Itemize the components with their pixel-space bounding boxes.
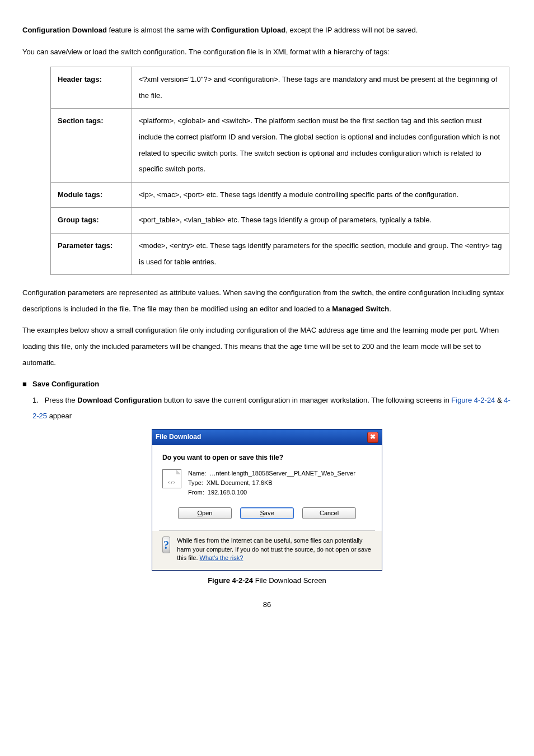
dialog-title: File Download — [156, 432, 201, 442]
tag-desc: <port_table>, <vlan_table> etc. These ta… — [132, 208, 509, 234]
open-button[interactable]: Open — [178, 507, 232, 519]
close-icon[interactable]: ✖ — [367, 432, 378, 443]
page-number: 86 — [22, 600, 512, 609]
file-download-dialog: File Download ✖ Do you want to open or s… — [152, 429, 382, 571]
intro-line-2: You can save/view or load the switch con… — [22, 44, 512, 60]
meta-from-label: From: — [188, 489, 204, 496]
tag-desc: <ip>, <mac>, <port> etc. These tags iden… — [132, 182, 509, 208]
save-rest: ave — [264, 510, 274, 516]
warning-text-block: While files from the Internet can be use… — [177, 536, 372, 562]
figure-caption-label: Figure 4-2-24 — [208, 576, 253, 585]
save-button[interactable]: Save — [240, 507, 294, 519]
tag-desc: <mode>, <entry> etc. These tags identify… — [132, 233, 509, 274]
tag-desc: <platform>, <global> and <switch>. The p… — [132, 109, 509, 182]
meta-type-label: Type: — [188, 479, 203, 486]
table-row: Module tags: <ip>, <mac>, <port> etc. Th… — [51, 182, 509, 208]
warning-icon: ? — [162, 536, 170, 553]
tag-name: Parameter tags: — [51, 233, 132, 274]
open-rest: pen — [202, 510, 212, 516]
meta-name-label: Name: — [188, 470, 206, 477]
step-post: button to save the current configuration… — [162, 396, 451, 404]
after-para-2: The examples below show a small configur… — [22, 323, 512, 371]
bullet-icon: ■ — [22, 376, 32, 393]
tag-name: Module tags: — [51, 182, 132, 208]
step-1: 1. Press the Download Configuration butt… — [32, 393, 512, 424]
table-row: Parameter tags: <mode>, <entry> etc. The… — [51, 233, 509, 274]
after-p1c: . — [389, 305, 391, 313]
tag-name: Section tags: — [51, 109, 132, 182]
meta-name-value: …ntent-length_18058Server__PLANET_Web_Se… — [210, 470, 355, 477]
dialog-titlebar: File Download ✖ — [152, 430, 382, 445]
tag-description-table: Header tags: <?xml version="1.0"?> and <… — [50, 67, 509, 275]
figure-caption-text: File Download Screen — [253, 576, 326, 585]
appear-text: appear — [47, 412, 72, 420]
tag-desc: <?xml version="1.0"?> and <configuration… — [132, 67, 509, 109]
intro-text-1d: , except the IP address will not be save… — [285, 26, 418, 34]
dialog-question: Do you want to open or save this file? — [162, 453, 372, 463]
tag-name: Group tags: — [51, 208, 132, 234]
tag-name: Header tags: — [51, 67, 132, 109]
cancel-button[interactable]: Cancel — [302, 507, 356, 519]
step-pre: Press the — [45, 396, 78, 404]
term-managed-switch: Managed Switch — [332, 305, 389, 313]
table-row: Header tags: <?xml version="1.0"?> and <… — [51, 67, 509, 109]
after-para-1: Configuration parameters are represented… — [22, 285, 512, 317]
figure-caption: Figure 4-2-24 File Download Screen — [22, 573, 512, 589]
term-config-download: Configuration Download — [22, 26, 107, 34]
meta-from-value: 192.168.0.100 — [208, 489, 247, 496]
intro-line-1: Configuration Download feature is almost… — [22, 22, 512, 39]
after-p1a: Configuration parameters are represented… — [22, 288, 504, 313]
figure-ref-4-2-24: Figure 4-2-24 — [451, 396, 495, 404]
table-row: Section tags: <platform>, <global> and <… — [51, 109, 509, 182]
file-meta: Name: …ntent-length_18058Server__PLANET_… — [188, 469, 355, 498]
save-config-heading-row: ■Save Configuration — [22, 376, 512, 393]
save-config-heading: Save Configuration — [32, 380, 99, 388]
amp: & — [495, 396, 504, 404]
meta-type-value: XML Document, 17.6KB — [207, 479, 273, 486]
intro-text-1b: feature is almost the same with — [107, 26, 211, 34]
whats-the-risk-link[interactable]: What's the risk? — [200, 554, 243, 561]
term-config-upload: Configuration Upload — [211, 26, 285, 34]
file-icon: </> — [162, 469, 181, 488]
download-config-button-label: Download Configuration — [77, 396, 162, 404]
table-row: Group tags: <port_table>, <vlan_table> e… — [51, 208, 509, 234]
